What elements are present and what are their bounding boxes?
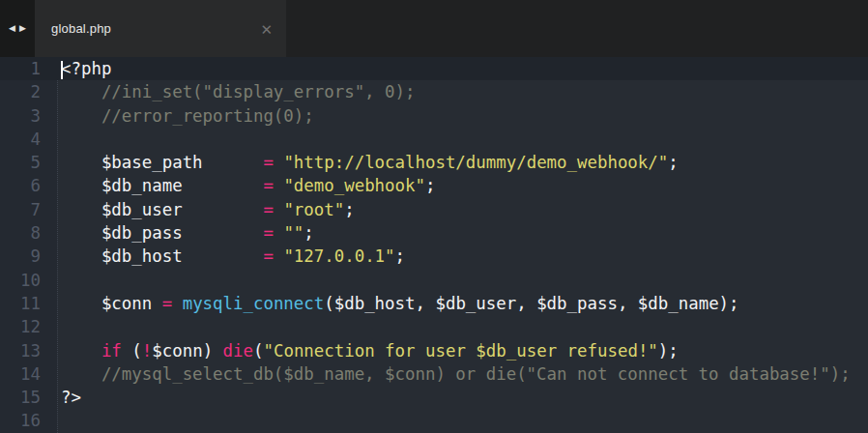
token-comment: //mysql_select_db($db_name, $conn) or di… <box>61 364 851 384</box>
token-plain: $db_name <box>61 176 263 195</box>
token-plain <box>61 341 101 361</box>
line-number[interactable]: 4 <box>0 128 41 151</box>
code-line[interactable]: 12 <box>0 315 868 338</box>
code-line[interactable]: 11 $conn = mysqli_connect($db_host, $db_… <box>0 292 868 315</box>
code-text: <?php <box>61 57 111 80</box>
token-plain: $db_user <box>61 200 263 219</box>
token-plain <box>274 176 283 195</box>
token-plain <box>274 153 283 172</box>
line-number[interactable]: 1 <box>0 57 41 80</box>
code-text: //error_reporting(0); <box>61 104 314 128</box>
token-keyword: = <box>263 223 273 243</box>
token-keyword: ! <box>142 341 152 361</box>
token-keyword: = <box>263 246 273 266</box>
code-text: if (!$conn) die("Connection for user $db… <box>61 339 679 362</box>
token-comment: //error_reporting(0); <box>61 106 314 126</box>
code-text: $db_pass = ""; <box>61 221 314 245</box>
code-line[interactable]: 13 if (!$conn) die("Connection for user … <box>0 339 868 362</box>
code-line[interactable]: 2 //ini_set("display_errors", 0); <box>0 80 868 103</box>
line-number[interactable]: 13 <box>0 339 41 362</box>
line-number[interactable]: 12 <box>0 315 41 338</box>
code-text: $db_host = "127.0.0.1"; <box>61 245 405 268</box>
code-text: $conn = mysqli_connect($db_host, $db_use… <box>61 292 739 315</box>
token-plain: ; <box>344 200 354 219</box>
code-line[interactable]: 1<?php <box>0 57 868 80</box>
token-keyword: die <box>223 341 253 361</box>
token-comment: //ini_set("display_errors", 0); <box>61 82 415 101</box>
token-plain <box>172 294 182 313</box>
token-string: "http://localhost/dummy/demo_webhook/" <box>283 153 668 172</box>
token-plain: $db_host <box>61 246 263 266</box>
token-plain: $base_path <box>61 153 263 172</box>
token-string: "127.0.0.1" <box>283 246 394 266</box>
line-number[interactable]: 11 <box>0 292 41 315</box>
tab-label: global.php <box>51 21 111 36</box>
token-plain <box>274 223 283 243</box>
line-number[interactable]: 10 <box>0 269 41 292</box>
token-keyword: = <box>162 294 172 313</box>
code-text: $base_path = "http://localhost/dummy/dem… <box>61 151 679 174</box>
token-keyword: = <box>263 153 273 172</box>
code-text: //mysql_select_db($db_name, $conn) or di… <box>61 362 851 386</box>
line-number[interactable]: 16 <box>0 409 41 432</box>
code-line[interactable]: 3 //error_reporting(0); <box>0 104 868 128</box>
line-number[interactable]: 9 <box>0 245 41 268</box>
code-line[interactable]: 15?> <box>0 386 868 409</box>
code-line[interactable]: 4 <box>0 128 868 151</box>
token-plain <box>274 200 283 219</box>
token-string: "root" <box>283 200 344 219</box>
token-plain: ); <box>658 341 679 361</box>
token-plain: ($db_host, $db_user, $db_pass, $db_name)… <box>324 294 738 313</box>
token-keyword: if <box>101 341 122 361</box>
code-line[interactable]: 9 $db_host = "127.0.0.1"; <box>0 245 868 268</box>
tab-bar: ◀ ▶ global.php ✕ <box>0 0 868 57</box>
token-string: "Connection for user $db_user refused!" <box>263 341 657 361</box>
code-editor[interactable]: 1<?php2 //ini_set("display_errors", 0);3… <box>0 57 868 433</box>
code-lines: 1<?php2 //ini_set("display_errors", 0);3… <box>0 57 868 433</box>
token-plain: ; <box>304 223 313 243</box>
line-number[interactable]: 6 <box>0 174 41 197</box>
code-text: ?> <box>61 386 81 409</box>
token-plain: ; <box>395 246 405 266</box>
text-cursor <box>61 61 63 79</box>
code-line[interactable]: 6 $db_name = "demo_webhook"; <box>0 174 868 197</box>
code-text: $db_user = "root"; <box>61 198 355 221</box>
line-number[interactable]: 5 <box>0 151 41 174</box>
token-string: "" <box>283 223 304 243</box>
code-line[interactable]: 7 $db_user = "root"; <box>0 198 868 221</box>
code-text: //ini_set("display_errors", 0); <box>61 80 415 103</box>
token-plain: $db_pass <box>61 223 263 243</box>
code-line[interactable]: 5 $base_path = "http://localhost/dummy/d… <box>0 151 868 174</box>
code-line[interactable]: 10 <box>0 269 868 292</box>
code-text: $db_name = "demo_webhook"; <box>61 174 435 197</box>
tab-global-php[interactable]: global.php ✕ <box>35 0 286 57</box>
line-number[interactable]: 7 <box>0 198 41 221</box>
token-string: "demo_webhook" <box>283 176 425 195</box>
token-plain: ?> <box>61 388 81 407</box>
line-number[interactable]: 3 <box>0 104 41 128</box>
token-plain: <?php <box>61 59 111 78</box>
token-plain: $conn) <box>152 341 222 361</box>
token-plain: ; <box>425 176 435 195</box>
line-number[interactable]: 2 <box>0 80 41 103</box>
code-line[interactable]: 16 <box>0 409 868 432</box>
code-line[interactable]: 14 //mysql_select_db($db_name, $conn) or… <box>0 362 868 386</box>
nav-back-icon[interactable]: ◀ <box>9 24 15 33</box>
token-function: mysqli_connect <box>183 294 325 313</box>
token-keyword: = <box>263 176 273 195</box>
line-number[interactable]: 15 <box>0 386 41 409</box>
token-plain: ; <box>668 153 678 172</box>
token-plain: ( <box>122 341 142 361</box>
nav-forward-icon[interactable]: ▶ <box>19 24 26 33</box>
tab-close-icon[interactable]: ✕ <box>260 21 273 36</box>
token-plain <box>274 246 283 266</box>
line-number[interactable]: 14 <box>0 362 41 386</box>
line-number[interactable]: 8 <box>0 221 41 245</box>
token-plain: ( <box>253 341 263 361</box>
token-plain: $conn <box>61 294 162 313</box>
tab-nav-controls: ◀ ▶ <box>0 0 35 57</box>
code-line[interactable]: 8 $db_pass = ""; <box>0 221 868 245</box>
token-keyword: = <box>263 200 273 219</box>
